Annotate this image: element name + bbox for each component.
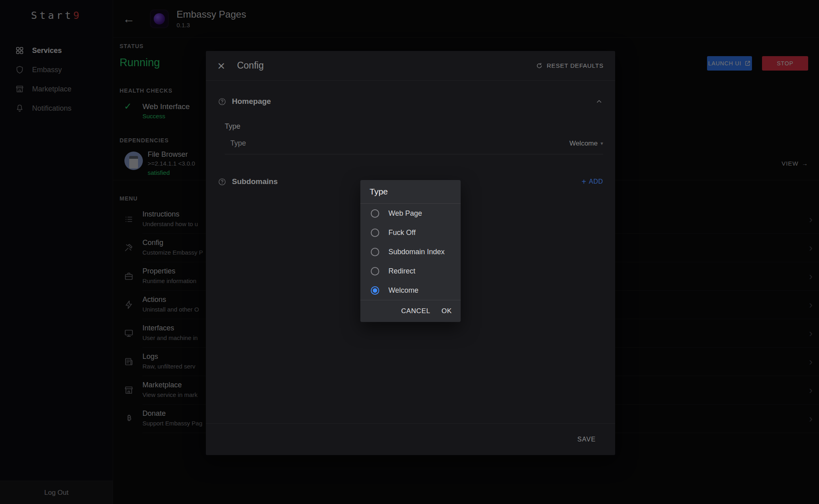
type-dialog: Type Web Page Fuck Off Subdomain Index R… — [360, 180, 461, 322]
radio-icon[interactable] — [371, 209, 379, 218]
type-dialog-title: Type — [370, 187, 388, 196]
radio-option-subdomain-index[interactable]: Subdomain Index — [360, 242, 461, 261]
radio-selected-icon[interactable] — [371, 286, 379, 295]
radio-option-welcome[interactable]: Welcome — [360, 281, 461, 300]
radio-icon[interactable] — [371, 267, 379, 275]
ok-button[interactable]: OK — [441, 307, 452, 315]
type-options-list: Web Page Fuck Off Subdomain Index Redire… — [360, 204, 461, 300]
app-window: Start9 Services Embassy Marketplace — [0, 0, 819, 504]
type-dialog-header: Type — [360, 180, 461, 204]
radio-icon[interactable] — [371, 229, 379, 237]
radio-option-fuck-off[interactable]: Fuck Off — [360, 223, 461, 242]
radio-option-web-page[interactable]: Web Page — [360, 204, 461, 223]
radio-option-label: Web Page — [388, 209, 422, 218]
radio-option-redirect[interactable]: Redirect — [360, 261, 461, 281]
cancel-button[interactable]: CANCEL — [401, 307, 431, 315]
radio-icon[interactable] — [371, 248, 379, 256]
type-dialog-footer: CANCEL OK — [360, 300, 461, 322]
radio-option-label: Fuck Off — [388, 229, 416, 237]
radio-option-label: Subdomain Index — [388, 248, 445, 256]
radio-option-label: Welcome — [388, 286, 419, 295]
radio-option-label: Redirect — [388, 267, 415, 275]
